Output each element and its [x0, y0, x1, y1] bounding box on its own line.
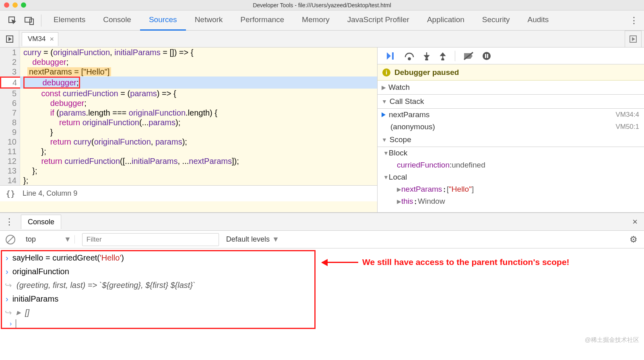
deactivate-breakpoints-button[interactable] [463, 52, 474, 60]
pretty-print-icon[interactable]: {} [6, 189, 15, 199]
tab-memory[interactable]: Memory [293, 10, 339, 31]
tab-security[interactable]: Security [473, 10, 519, 31]
arrow-left-icon [322, 262, 358, 263]
log-levels-select[interactable]: Default levels▼ [226, 235, 279, 244]
tab-sources[interactable]: Sources [140, 10, 186, 31]
console-settings-icon[interactable]: ⚙ [630, 234, 638, 245]
window-title: Developer Tools - file:///Users/yazeed/D… [0, 2, 644, 8]
tab-network[interactable]: Network [186, 10, 232, 31]
scope-local-header[interactable]: ▼ Local [378, 171, 644, 183]
svg-rect-13 [485, 54, 486, 58]
window-titlebar: Developer Tools - file:///Users/yazeed/D… [0, 0, 644, 10]
device-toolbar-icon[interactable] [21, 12, 38, 29]
svg-point-8 [426, 58, 428, 60]
tab-elements[interactable]: Elements [45, 10, 94, 31]
info-icon: i [382, 68, 390, 77]
stack-frame[interactable]: (anonymous)VM50:1 [378, 121, 644, 133]
code-editor[interactable]: 1curry = (originalFunction, initialParam… [0, 48, 378, 212]
console-output[interactable]: We still have access to the parent funct… [0, 248, 644, 328]
run-snippet-button[interactable] [0, 31, 19, 48]
tab-console[interactable]: Console [94, 10, 140, 31]
tab-performance[interactable]: Performance [231, 10, 293, 31]
scope-block-header[interactable]: ▼ Block [378, 147, 644, 159]
step-into-button[interactable] [423, 52, 431, 60]
paused-banner: i Debugger paused [378, 64, 644, 81]
watch-section[interactable]: ▶Watch [378, 81, 644, 95]
console-drawer: ⋮ Console × top▼ Default levels▼ ⚙ We st… [0, 213, 644, 328]
scope-var-curriedfunction: curriedFunction: undefined [378, 159, 644, 171]
close-drawer-icon[interactable]: × [632, 217, 638, 227]
file-tab-vm34[interactable]: VM34 × [22, 32, 58, 46]
cursor-position: Line 4, Column 9 [23, 189, 77, 198]
svg-rect-14 [487, 54, 488, 58]
annotation-label: We still have access to the parent funct… [322, 257, 570, 267]
file-tabstrip: VM34 × [0, 31, 644, 48]
console-line: ↩(greeting, first, last) => `${greeting}… [4, 278, 640, 292]
coverage-toggle-icon[interactable] [625, 31, 642, 48]
pause-on-exceptions-button[interactable] [482, 51, 491, 61]
editor-statusbar: {} Line 4, Column 9 [0, 185, 377, 201]
watermark: @稀土掘金技术社区 [585, 336, 639, 344]
scope-var: ▶ nextParams: ["Hello"] [378, 183, 644, 195]
drawer-menu-icon[interactable]: ⋮ [5, 217, 14, 227]
svg-rect-5 [392, 52, 394, 60]
debugger-sidebar: i Debugger paused ▶Watch ▼Call Stack nex… [378, 48, 644, 212]
execution-context-select[interactable]: top▼ [23, 235, 75, 244]
call-stack-section[interactable]: ▼Call Stack [378, 95, 644, 109]
svg-point-10 [442, 58, 444, 60]
clear-console-button[interactable] [6, 235, 15, 244]
more-menu-icon[interactable]: ⋮ [628, 15, 640, 26]
console-line: ›initialParams [4, 292, 640, 306]
tab-javascript-profiler[interactable]: JavaScript Profiler [339, 10, 418, 31]
tab-audits[interactable]: Audits [518, 10, 557, 31]
svg-rect-1 [25, 17, 31, 22]
console-cursor[interactable] [16, 319, 16, 328]
drawer-tab-console[interactable]: Console [21, 215, 61, 229]
svg-point-12 [483, 52, 491, 60]
step-over-button[interactable] [404, 52, 415, 60]
devtools-tabbar: ElementsConsoleSourcesNetworkPerformance… [0, 10, 644, 31]
scope-section[interactable]: ▼Scope [378, 133, 644, 147]
step-out-button[interactable] [439, 52, 447, 60]
inspect-icon[interactable] [4, 12, 21, 29]
close-tab-icon[interactable]: × [50, 35, 54, 43]
console-line: ↩▶[] [4, 306, 640, 319]
file-tab-label: VM34 [28, 35, 45, 43]
tab-application[interactable]: Application [418, 10, 473, 31]
svg-point-6 [409, 58, 411, 60]
console-filter-input[interactable] [82, 233, 219, 246]
scope-var: ▶ this: Window [378, 195, 644, 207]
stack-frame[interactable]: nextParamsVM34:4 [378, 109, 644, 121]
debugger-toolbar [378, 48, 644, 64]
resume-button[interactable] [386, 52, 396, 60]
